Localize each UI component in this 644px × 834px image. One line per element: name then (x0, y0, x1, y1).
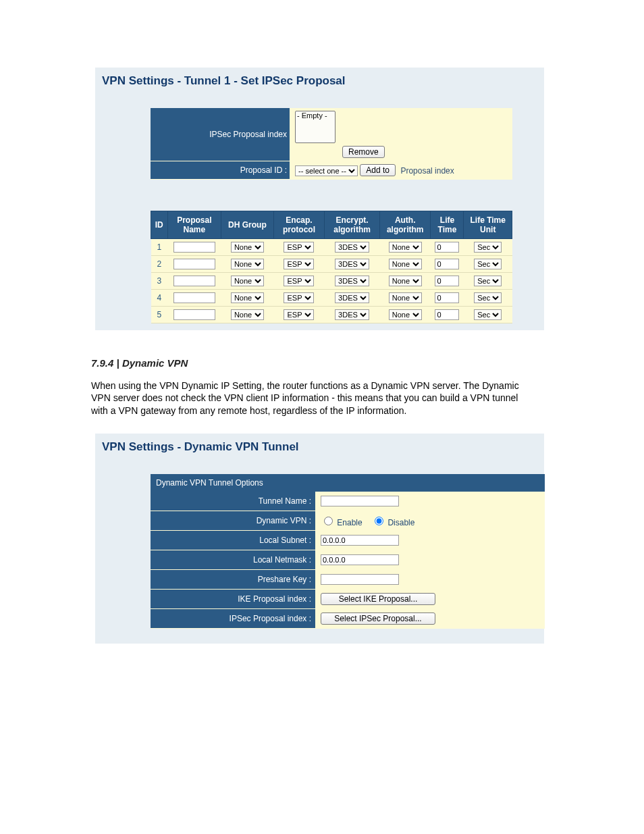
col-encrypt: Encrypt. algorithm (325, 211, 380, 238)
life-time-input[interactable] (435, 309, 459, 320)
ipsec-index-list[interactable]: - Empty - (295, 111, 336, 143)
life-time-input[interactable] (435, 292, 459, 303)
auth-algorithm-select[interactable]: None (389, 292, 422, 303)
local-netmask-label: Local Netmask : (151, 550, 315, 570)
dh-group-select[interactable]: None (231, 276, 264, 286)
preshare-key-label: Preshare Key : (151, 570, 315, 590)
dynamic-vpn-panel: VPN Settings - Dynamic VPN Tunnel Dynami… (95, 434, 544, 644)
encrypt-algorithm-select[interactable]: 3DES (335, 292, 369, 303)
row-id: 2 (151, 255, 168, 272)
section-body: When using the VPN Dynamic IP Setting, t… (91, 380, 529, 418)
encap-protocol-select[interactable]: ESP (284, 309, 314, 320)
encrypt-algorithm-select[interactable]: 3DES (335, 242, 369, 253)
auth-algorithm-select[interactable]: None (389, 242, 422, 253)
preshare-key-input[interactable] (321, 574, 399, 585)
proposal-id-label: Proposal ID : (151, 161, 290, 180)
proposal-name-input[interactable] (173, 259, 215, 269)
tunnel-name-input[interactable] (321, 496, 399, 506)
encap-protocol-select[interactable]: ESP (284, 259, 314, 269)
dynamic-vpn-disable-radio[interactable] (375, 517, 383, 525)
proposal-name-input[interactable] (173, 309, 215, 320)
tunnel-name-label: Tunnel Name : (151, 492, 315, 511)
add-to-button[interactable]: Add to (360, 164, 396, 176)
col-auth: Auth. algorithm (379, 211, 431, 238)
life-time-input[interactable] (435, 242, 459, 253)
col-dh: DH Group (221, 211, 274, 238)
dynamic-options-header: Dynamic VPN Tunnel Options (151, 474, 545, 492)
row-id: 4 (151, 289, 168, 306)
panel2-title: VPN Settings - Dynamic VPN Tunnel (95, 434, 544, 474)
table-row: 2NoneESP3DESNoneSec (151, 255, 512, 272)
panel1-title: VPN Settings - Tunnel 1 - Set IPSec Prop… (95, 68, 544, 108)
encap-protocol-select[interactable]: ESP (284, 242, 314, 253)
life-time-unit-select[interactable]: Sec (474, 292, 502, 303)
dh-group-select[interactable]: None (231, 259, 264, 269)
select-ike-proposal-button[interactable]: Select IKE Proposal... (321, 593, 435, 605)
remove-button[interactable]: Remove (342, 146, 385, 158)
table-row: 5NoneESP3DESNoneSec (151, 306, 512, 323)
encap-protocol-select[interactable]: ESP (284, 276, 314, 286)
table-row: 1NoneESP3DESNoneSec (151, 238, 512, 255)
col-id: ID (151, 211, 168, 238)
ipsec-index-label: IPSec Proposal index (151, 108, 290, 161)
dynamic-vpn-label: Dynamic VPN : (151, 511, 315, 531)
disable-text: Disable (387, 518, 414, 527)
ike-proposal-label: IKE Proposal index : (151, 590, 315, 609)
dh-group-select[interactable]: None (231, 309, 264, 320)
life-time-unit-select[interactable]: Sec (474, 309, 502, 320)
ipsec-index-empty-option: - Empty - (296, 111, 335, 121)
encrypt-algorithm-select[interactable]: 3DES (335, 309, 369, 320)
select-ipsec-proposal-button[interactable]: Select IPSec Proposal... (321, 613, 435, 625)
life-time-input[interactable] (435, 276, 459, 286)
proposal-name-input[interactable] (173, 242, 215, 253)
proposal-id-select[interactable]: -- select one -- (295, 165, 358, 176)
col-encap: Encap. protocol (273, 211, 325, 238)
local-subnet-input[interactable] (321, 535, 399, 546)
dh-group-select[interactable]: None (231, 292, 264, 303)
ipsec-proposal-label: IPSec Proposal index : (151, 609, 315, 629)
proposal-name-input[interactable] (173, 276, 215, 286)
local-netmask-input[interactable] (321, 554, 399, 565)
proposal-index-text: Proposal index (400, 166, 454, 176)
section-heading: 7.9.4 | Dynamic VPN (91, 357, 644, 369)
ipsec-proposal-panel: VPN Settings - Tunnel 1 - Set IPSec Prop… (95, 68, 544, 330)
life-time-unit-select[interactable]: Sec (474, 242, 502, 253)
dynamic-vpn-enable-radio[interactable] (324, 517, 333, 525)
encrypt-algorithm-select[interactable]: 3DES (335, 259, 369, 269)
life-time-unit-select[interactable]: Sec (474, 259, 502, 269)
row-id: 1 (151, 238, 168, 255)
auth-algorithm-select[interactable]: None (389, 309, 422, 320)
col-life: Life Time (431, 211, 464, 238)
local-subnet-label: Local Subnet : (151, 531, 315, 550)
dynamic-vpn-table: Dynamic VPN Tunnel Options Tunnel Name :… (151, 474, 545, 629)
encrypt-algorithm-select[interactable]: 3DES (335, 276, 369, 286)
life-time-input[interactable] (435, 259, 459, 269)
encap-protocol-select[interactable]: ESP (284, 292, 314, 303)
table-row: 3NoneESP3DESNoneSec (151, 272, 512, 289)
life-time-unit-select[interactable]: Sec (474, 276, 502, 286)
row-id: 5 (151, 306, 168, 323)
row-id: 3 (151, 272, 168, 289)
table-row: 4NoneESP3DESNoneSec (151, 289, 512, 306)
dh-group-select[interactable]: None (231, 242, 264, 253)
col-name: Proposal Name (167, 211, 221, 238)
proposal-name-input[interactable] (173, 292, 215, 303)
col-lifeunit: Life Time Unit (464, 211, 512, 238)
enable-text: Enable (337, 518, 362, 527)
auth-algorithm-select[interactable]: None (389, 276, 422, 286)
proposals-table: ID Proposal Name DH Group Encap. protoco… (151, 211, 512, 323)
ipsec-selector-table: IPSec Proposal index - Empty - Remove Pr… (151, 108, 512, 205)
auth-algorithm-select[interactable]: None (389, 259, 422, 269)
